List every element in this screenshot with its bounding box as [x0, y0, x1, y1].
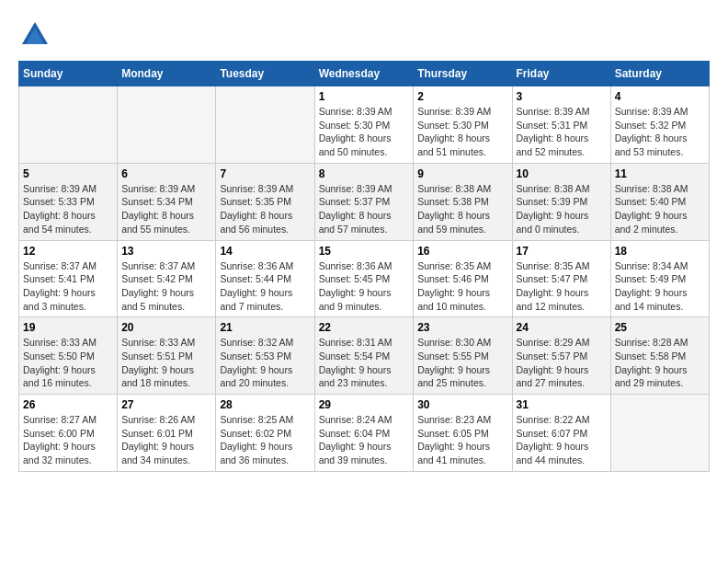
day-number: 11: [615, 167, 705, 180]
calendar-cell: 22Sunrise: 8:31 AM Sunset: 5:54 PM Dayli…: [314, 317, 414, 395]
page-header: [18, 18, 710, 52]
calendar-cell: [19, 86, 118, 164]
calendar-cell: 17Sunrise: 8:35 AM Sunset: 5:47 PM Dayli…: [512, 240, 610, 317]
calendar-cell: 1Sunrise: 8:39 AM Sunset: 5:30 PM Daylig…: [314, 86, 414, 164]
column-header-monday: Monday: [118, 62, 216, 86]
day-info: Sunrise: 8:39 AM Sunset: 5:35 PM Dayligh…: [220, 182, 310, 236]
day-number: 19: [23, 321, 113, 334]
day-number: 27: [121, 398, 211, 411]
day-info: Sunrise: 8:39 AM Sunset: 5:30 PM Dayligh…: [417, 105, 507, 159]
day-number: 2: [417, 90, 507, 103]
column-header-sunday: Sunday: [19, 62, 118, 86]
calendar-cell: 14Sunrise: 8:36 AM Sunset: 5:44 PM Dayli…: [216, 240, 314, 317]
day-info: Sunrise: 8:39 AM Sunset: 5:30 PM Dayligh…: [319, 105, 410, 159]
day-info: Sunrise: 8:35 AM Sunset: 5:47 PM Dayligh…: [517, 259, 607, 314]
day-info: Sunrise: 8:30 AM Sunset: 5:55 PM Dayligh…: [417, 336, 507, 390]
day-info: Sunrise: 8:37 AM Sunset: 5:41 PM Dayligh…: [23, 259, 113, 314]
calendar-cell: 18Sunrise: 8:34 AM Sunset: 5:49 PM Dayli…: [610, 240, 709, 317]
calendar-cell: 19Sunrise: 8:33 AM Sunset: 5:50 PM Dayli…: [19, 317, 118, 395]
day-number: 28: [220, 398, 310, 411]
calendar-cell: 26Sunrise: 8:27 AM Sunset: 6:00 PM Dayli…: [19, 395, 118, 472]
day-info: Sunrise: 8:35 AM Sunset: 5:46 PM Dayligh…: [417, 259, 507, 314]
day-info: Sunrise: 8:24 AM Sunset: 6:04 PM Dayligh…: [319, 413, 410, 467]
day-number: 9: [417, 167, 507, 180]
day-number: 5: [23, 167, 113, 180]
calendar-cell: 28Sunrise: 8:25 AM Sunset: 6:02 PM Dayli…: [216, 395, 314, 472]
calendar-cell: 6Sunrise: 8:39 AM Sunset: 5:34 PM Daylig…: [118, 163, 216, 240]
day-info: Sunrise: 8:29 AM Sunset: 5:57 PM Dayligh…: [517, 336, 607, 390]
day-number: 6: [121, 167, 211, 180]
day-number: 12: [23, 245, 113, 258]
day-number: 26: [23, 398, 113, 411]
logo-icon: [18, 18, 51, 52]
calendar-cell: 24Sunrise: 8:29 AM Sunset: 5:57 PM Dayli…: [512, 317, 610, 395]
day-info: Sunrise: 8:25 AM Sunset: 6:02 PM Dayligh…: [220, 413, 310, 467]
column-header-wednesday: Wednesday: [314, 62, 414, 86]
calendar-cell: 10Sunrise: 8:38 AM Sunset: 5:39 PM Dayli…: [512, 163, 610, 240]
calendar-header-row: SundayMondayTuesdayWednesdayThursdayFrid…: [19, 62, 710, 86]
calendar-cell: 27Sunrise: 8:26 AM Sunset: 6:01 PM Dayli…: [118, 395, 216, 472]
calendar-cell: 4Sunrise: 8:39 AM Sunset: 5:32 PM Daylig…: [610, 86, 709, 164]
day-info: Sunrise: 8:26 AM Sunset: 6:01 PM Dayligh…: [121, 413, 211, 467]
day-number: 10: [517, 167, 607, 180]
day-number: 30: [417, 398, 507, 411]
day-number: 3: [517, 90, 607, 103]
calendar-cell: 15Sunrise: 8:36 AM Sunset: 5:45 PM Dayli…: [314, 240, 414, 317]
day-number: 24: [517, 321, 607, 334]
calendar-cell: 2Sunrise: 8:39 AM Sunset: 5:30 PM Daylig…: [414, 86, 512, 164]
day-number: 25: [615, 321, 705, 334]
day-info: Sunrise: 8:22 AM Sunset: 6:07 PM Dayligh…: [517, 413, 607, 467]
calendar-cell: 12Sunrise: 8:37 AM Sunset: 5:41 PM Dayli…: [19, 240, 118, 317]
calendar: SundayMondayTuesdayWednesdayThursdayFrid…: [18, 61, 710, 472]
day-info: Sunrise: 8:23 AM Sunset: 6:05 PM Dayligh…: [417, 413, 507, 467]
column-header-tuesday: Tuesday: [216, 62, 314, 86]
calendar-cell: [610, 395, 709, 472]
day-number: 22: [319, 321, 410, 334]
calendar-cell: 7Sunrise: 8:39 AM Sunset: 5:35 PM Daylig…: [216, 163, 314, 240]
day-info: Sunrise: 8:37 AM Sunset: 5:42 PM Dayligh…: [121, 259, 211, 314]
calendar-cell: 11Sunrise: 8:38 AM Sunset: 5:40 PM Dayli…: [610, 163, 709, 240]
day-info: Sunrise: 8:34 AM Sunset: 5:49 PM Dayligh…: [615, 259, 705, 314]
day-number: 20: [121, 321, 211, 334]
day-number: 29: [319, 398, 410, 411]
day-info: Sunrise: 8:39 AM Sunset: 5:33 PM Dayligh…: [23, 182, 113, 236]
day-info: Sunrise: 8:27 AM Sunset: 6:00 PM Dayligh…: [23, 413, 113, 467]
day-number: 21: [220, 321, 310, 334]
calendar-cell: 16Sunrise: 8:35 AM Sunset: 5:46 PM Dayli…: [414, 240, 512, 317]
day-number: 4: [615, 90, 705, 103]
calendar-cell: 3Sunrise: 8:39 AM Sunset: 5:31 PM Daylig…: [512, 86, 610, 164]
day-number: 16: [417, 245, 507, 258]
calendar-week-4: 19Sunrise: 8:33 AM Sunset: 5:50 PM Dayli…: [19, 317, 710, 395]
logo: [18, 18, 51, 52]
calendar-cell: 13Sunrise: 8:37 AM Sunset: 5:42 PM Dayli…: [118, 240, 216, 317]
calendar-cell: 9Sunrise: 8:38 AM Sunset: 5:38 PM Daylig…: [414, 163, 512, 240]
day-number: 17: [517, 245, 607, 258]
day-number: 1: [319, 90, 410, 103]
calendar-cell: 5Sunrise: 8:39 AM Sunset: 5:33 PM Daylig…: [19, 163, 118, 240]
day-info: Sunrise: 8:38 AM Sunset: 5:39 PM Dayligh…: [517, 182, 607, 236]
day-info: Sunrise: 8:38 AM Sunset: 5:38 PM Dayligh…: [417, 182, 507, 236]
day-info: Sunrise: 8:36 AM Sunset: 5:44 PM Dayligh…: [220, 259, 310, 314]
calendar-cell: [118, 86, 216, 164]
calendar-week-5: 26Sunrise: 8:27 AM Sunset: 6:00 PM Dayli…: [19, 395, 710, 472]
column-header-thursday: Thursday: [414, 62, 512, 86]
calendar-cell: 25Sunrise: 8:28 AM Sunset: 5:58 PM Dayli…: [610, 317, 709, 395]
calendar-cell: 30Sunrise: 8:23 AM Sunset: 6:05 PM Dayli…: [414, 395, 512, 472]
column-header-saturday: Saturday: [610, 62, 709, 86]
calendar-week-3: 12Sunrise: 8:37 AM Sunset: 5:41 PM Dayli…: [19, 240, 710, 317]
day-info: Sunrise: 8:31 AM Sunset: 5:54 PM Dayligh…: [319, 336, 410, 390]
day-number: 31: [517, 398, 607, 411]
day-info: Sunrise: 8:39 AM Sunset: 5:31 PM Dayligh…: [517, 105, 607, 159]
calendar-week-2: 5Sunrise: 8:39 AM Sunset: 5:33 PM Daylig…: [19, 163, 710, 240]
calendar-cell: 23Sunrise: 8:30 AM Sunset: 5:55 PM Dayli…: [414, 317, 512, 395]
day-info: Sunrise: 8:36 AM Sunset: 5:45 PM Dayligh…: [319, 259, 410, 314]
day-info: Sunrise: 8:39 AM Sunset: 5:32 PM Dayligh…: [615, 105, 705, 159]
day-info: Sunrise: 8:38 AM Sunset: 5:40 PM Dayligh…: [615, 182, 705, 236]
day-number: 23: [417, 321, 507, 334]
calendar-cell: 29Sunrise: 8:24 AM Sunset: 6:04 PM Dayli…: [314, 395, 414, 472]
day-number: 13: [121, 245, 211, 258]
day-number: 18: [615, 245, 705, 258]
calendar-cell: 31Sunrise: 8:22 AM Sunset: 6:07 PM Dayli…: [512, 395, 610, 472]
day-number: 14: [220, 245, 310, 258]
day-info: Sunrise: 8:39 AM Sunset: 5:37 PM Dayligh…: [319, 182, 410, 236]
